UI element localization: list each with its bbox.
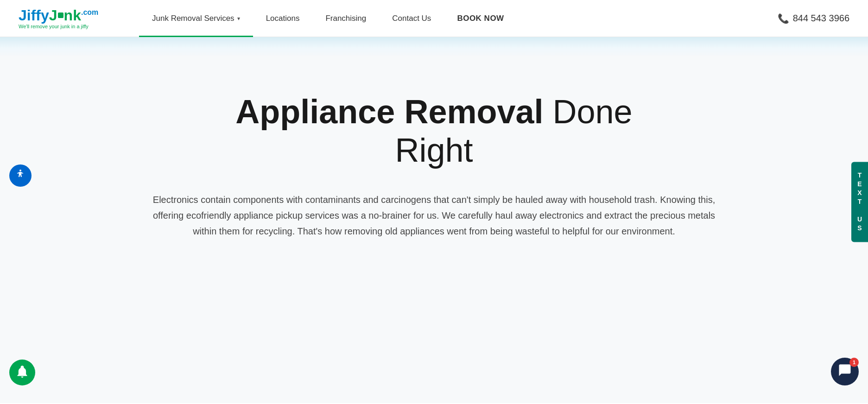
accessibility-icon — [15, 169, 26, 183]
logo[interactable]: JiffyJnk.com We'll remove your junk in a… — [19, 8, 111, 29]
header: JiffyJnk.com We'll remove your junk in a… — [0, 0, 868, 37]
nav-contact-us[interactable]: Contact Us — [379, 0, 444, 37]
header-phone[interactable]: 📞 844 543 3966 — [778, 13, 849, 24]
bell-icon — [16, 365, 29, 380]
logo-text: JiffyJnk.com — [19, 8, 98, 23]
logo-tagline: We'll remove your junk in a jiffy — [19, 24, 89, 29]
nav-franchising[interactable]: Franchising — [312, 0, 379, 37]
logo-com: .com — [81, 8, 98, 16]
phone-icon: 📞 — [778, 13, 789, 24]
logo-jiffy: Jiffy — [19, 7, 49, 24]
nav-book-now[interactable]: BOOK NOW — [444, 0, 517, 37]
accessibility-button[interactable] — [9, 164, 32, 187]
notification-button[interactable] — [9, 360, 35, 385]
main-content: Appliance Removal Done Right Electronics… — [0, 56, 868, 403]
page-heading: Appliance Removal Done Right — [226, 93, 643, 170]
page-description: Electronics contain components with cont… — [110, 192, 759, 239]
nav-locations[interactable]: Locations — [253, 0, 313, 37]
nav-junk-removal-services[interactable]: Junk Removal Services ▾ — [139, 0, 253, 37]
sub-banner — [0, 37, 868, 56]
page-title: Appliance Removal Done Right — [226, 93, 643, 170]
logo-junk: Jnk — [49, 7, 81, 24]
chat-button[interactable]: 1 — [831, 358, 859, 385]
svg-point-0 — [19, 170, 21, 171]
main-nav: Junk Removal Services ▾ Locations Franch… — [139, 0, 778, 37]
chat-badge: 1 — [849, 358, 859, 367]
text-us-button[interactable]: TEXT US — [851, 162, 868, 242]
chat-icon — [838, 363, 852, 380]
phone-number: 844 543 3966 — [793, 13, 849, 24]
text-us-label: TEXT US — [856, 171, 863, 233]
chevron-down-icon: ▾ — [237, 15, 240, 22]
heading-bold: Appliance Removal — [235, 93, 543, 130]
